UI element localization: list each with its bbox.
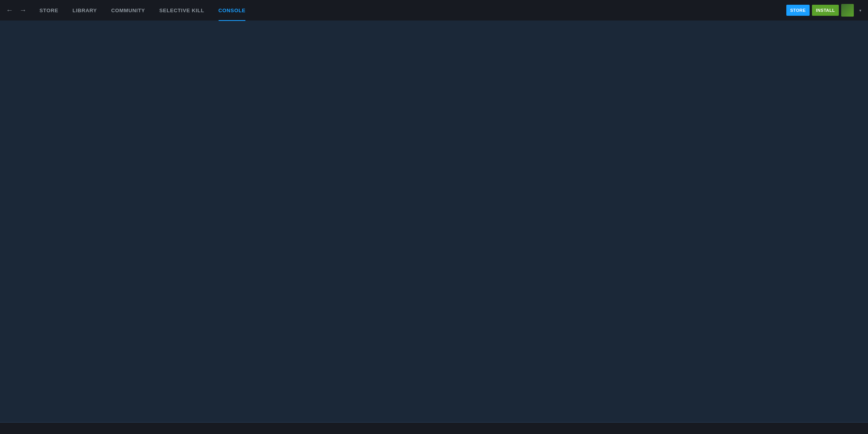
main-nav: STORE LIBRARY COMMUNITY SELECTIVE KILL C… (32, 0, 253, 21)
user-dropdown-button[interactable]: ▾ (856, 5, 864, 16)
nav-item-community[interactable]: COMMUNITY (104, 0, 152, 21)
store-button[interactable]: STORE (786, 5, 810, 16)
chevron-down-icon: ▾ (859, 8, 861, 13)
forward-icon: → (19, 6, 26, 15)
avatar-image (841, 4, 854, 17)
main-content (0, 21, 868, 422)
nav-right: STORE INSTALL ▾ (786, 4, 864, 17)
back-icon: ← (6, 6, 13, 15)
nav-item-selective-kill-label: SELECTIVE KILL (159, 7, 204, 13)
nav-item-console-label: CONSOLE (219, 7, 246, 13)
titlebar: ← → STORE LIBRARY COMMUNITY SELECTIVE KI… (0, 0, 868, 21)
back-button[interactable]: ← (4, 5, 15, 16)
status-bar (0, 422, 868, 434)
install-button[interactable]: INSTALL (812, 5, 839, 16)
nav-left: ← → (4, 5, 28, 16)
nav-item-library[interactable]: LIBRARY (65, 0, 104, 21)
nav-item-store[interactable]: STORE (32, 0, 65, 21)
avatar[interactable] (841, 4, 854, 17)
forward-button[interactable]: → (17, 5, 28, 16)
nav-item-library-label: LIBRARY (73, 7, 97, 13)
nav-item-community-label: COMMUNITY (111, 7, 145, 13)
nav-item-console[interactable]: CONSOLE (211, 0, 253, 21)
nav-item-selective-kill[interactable]: SELECTIVE KILL (152, 0, 211, 21)
nav-item-store-label: STORE (39, 7, 58, 13)
